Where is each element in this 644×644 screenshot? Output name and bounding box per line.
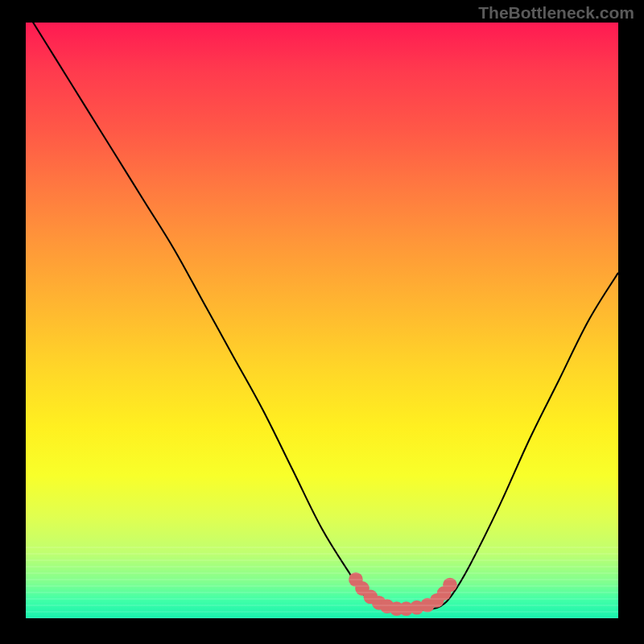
curve-svg: [26, 23, 618, 618]
curve-marker: [443, 578, 457, 592]
chart-container: TheBottleneck.com: [0, 0, 644, 644]
curve-markers: [349, 572, 457, 616]
watermark-text: TheBottleneck.com: [478, 3, 634, 23]
plot-area: [26, 23, 618, 618]
bottleneck-curve: [26, 23, 618, 610]
